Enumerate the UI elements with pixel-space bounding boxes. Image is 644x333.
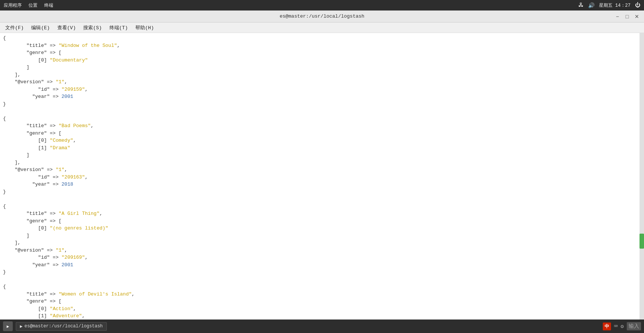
keyboard-icon: ⌨: [614, 322, 618, 330]
title-bar: es@master:/usr/local/logstash − □ ✕: [0, 10, 644, 22]
system-bar-right: 🖧 🔊 星期五 14：27 ⏻: [578, 2, 640, 9]
menu-view[interactable]: 查看(V): [54, 24, 79, 32]
terminal-content[interactable]: { "title" => "Window of the Soul", "genr…: [0, 33, 644, 320]
menu-help[interactable]: 帮助(H): [132, 24, 157, 32]
menu-bar: 文件(F) 编辑(E) 查看(V) 搜索(S) 终端(T) 帮助(H): [0, 22, 644, 33]
datetime-display: 星期五 14：27: [599, 2, 631, 9]
taskbar-terminal-icon: ▶: [20, 324, 22, 329]
close-button[interactable]: ✕: [634, 13, 640, 20]
taskbar-app-label: es@master:/usr/local/logstash: [24, 324, 103, 329]
network-icon: 🖧: [578, 2, 584, 8]
window-title: es@master:/usr/local/logstash: [280, 14, 364, 19]
minimize-button[interactable]: −: [614, 13, 621, 20]
menu-search[interactable]: 搜索(S): [79, 24, 105, 32]
menu-terminal[interactable]: 终端(T): [106, 24, 132, 32]
network-status-icon: ⚙: [621, 323, 624, 330]
volume-icon: 🔊: [588, 2, 595, 9]
terminal-menu[interactable]: 终端: [44, 2, 53, 9]
maximize-button[interactable]: □: [624, 13, 631, 20]
menu-edit[interactable]: 编辑(E): [27, 24, 53, 32]
taskbar-app-button[interactable]: ▶ es@master:/usr/local/logstash: [16, 322, 107, 331]
input-settings-icon: 输入: [627, 322, 641, 330]
input-method-chinese[interactable]: 中: [603, 322, 611, 330]
taskbar-app-icon: ▶: [3, 321, 13, 331]
power-icon: ⏻: [635, 2, 640, 8]
scrollbar[interactable]: [640, 33, 644, 320]
places-menu[interactable]: 位置: [28, 2, 37, 9]
menu-file[interactable]: 文件(F): [1, 24, 27, 32]
apps-menu[interactable]: 应用程序: [4, 2, 22, 9]
window-controls: − □ ✕: [614, 13, 640, 20]
taskbar-right: 中 ⌨ ⚙ 输入: [603, 322, 641, 330]
terminal-output: { "title" => "Window of the Soul", "genr…: [3, 34, 641, 320]
system-bar-left: 应用程序 位置 终端: [4, 2, 53, 9]
terminal-icon: ▶: [7, 324, 9, 329]
taskbar: ▶ ▶ es@master:/usr/local/logstash 中 ⌨ ⚙ …: [0, 320, 644, 333]
scroll-thumb[interactable]: [640, 234, 644, 249]
system-bar: 应用程序 位置 终端 🖧 🔊 星期五 14：27 ⏻: [0, 0, 644, 10]
taskbar-left: ▶ ▶ es@master:/usr/local/logstash: [3, 321, 107, 331]
